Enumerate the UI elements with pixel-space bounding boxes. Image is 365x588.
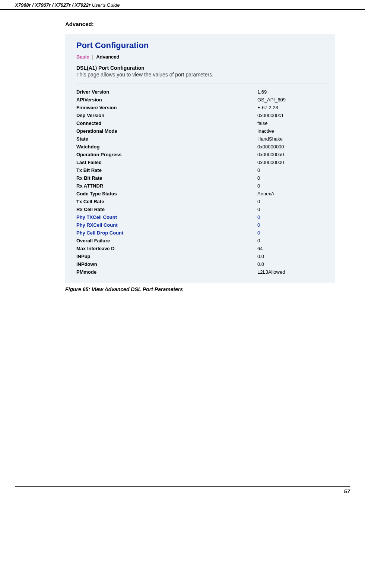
panel-title: Port Configuration (76, 41, 328, 50)
tab-basic[interactable]: Basic (76, 54, 89, 60)
page-number: 57 (15, 486, 350, 494)
param-label: Max Interleave D (76, 245, 257, 252)
param-row: Overall Failure0 (76, 237, 328, 245)
param-label: Tx Bit Rate (76, 166, 257, 174)
param-value: L2L3Allowed (257, 268, 328, 276)
param-row: Tx Bit Rate0 (76, 166, 328, 174)
port-config-panel: Port Configuration Basic | Advanced DSL(… (65, 34, 335, 283)
param-value: GS_API_609 (257, 96, 328, 104)
param-row: Dsp Version0x000000c1 (76, 111, 328, 119)
param-value: false (257, 119, 328, 127)
param-row: Rx ATTNDR0 (76, 182, 328, 190)
param-value: Inactive (257, 127, 328, 135)
param-row: Watchdog0x00000000 (76, 143, 328, 151)
param-value: 0 (257, 213, 328, 221)
param-value: 0 (257, 174, 328, 182)
param-row: INPdown0.0 (76, 260, 328, 268)
param-value: 0 (257, 229, 328, 237)
param-label: Watchdog (76, 143, 257, 151)
param-row: PMmodeL2L3Allowed (76, 268, 328, 276)
param-row: Rx Bit Rate0 (76, 174, 328, 182)
param-row: Driver Version1.69 (76, 88, 328, 96)
param-row: Last Failed0x00000000 (76, 158, 328, 166)
tab-advanced[interactable]: Advanced (96, 54, 119, 60)
param-row: Phy TXCell Count0 (76, 213, 328, 221)
param-value: 0x000000a0 (257, 151, 328, 158)
param-value: AnnexA (257, 190, 328, 198)
param-value: 0x00000000 (257, 158, 328, 166)
param-label: INPup (76, 252, 257, 260)
param-label: Operation Progress (76, 151, 257, 158)
param-label: Operational Mode (76, 127, 257, 135)
param-label[interactable]: Phy RXCell Count (76, 221, 257, 229)
param-label: Overall Failure (76, 237, 257, 245)
param-label: PMmode (76, 268, 257, 276)
param-value: 0 (257, 182, 328, 190)
header-models: X7968r / X7967r / X7927r / X7922r (15, 2, 91, 8)
param-value: 0x000000c1 (257, 111, 328, 119)
header-guide: User's Guide (91, 2, 120, 8)
content: Advanced: Port Configuration Basic | Adv… (0, 10, 365, 292)
param-label: State (76, 135, 257, 143)
param-label: Rx ATTNDR (76, 182, 257, 190)
tabs: Basic | Advanced (76, 54, 328, 60)
param-value: 1.69 (257, 88, 328, 96)
param-value: 0 (257, 205, 328, 213)
param-row: Firmware VersionE.67.2.23 (76, 104, 328, 111)
param-row: Tx Cell Rate0 (76, 198, 328, 205)
params-table: Driver Version1.69APIVersionGS_API_609Fi… (76, 88, 328, 276)
param-row: Max Interleave D64 (76, 245, 328, 252)
panel-subheading: DSL(A1) Port Configuration (76, 65, 328, 71)
param-value: 0 (257, 237, 328, 245)
param-row: Code Type StatusAnnexA (76, 190, 328, 198)
param-label: Firmware Version (76, 104, 257, 111)
param-label: Dsp Version (76, 111, 257, 119)
param-label: INPdown (76, 260, 257, 268)
panel-description: This page allows you to view the values … (76, 72, 328, 78)
param-row: Operational ModeInactive (76, 127, 328, 135)
param-value: 0x00000000 (257, 143, 328, 151)
param-row: APIVersionGS_API_609 (76, 96, 328, 104)
param-row: Phy Cell Drop Count0 (76, 229, 328, 237)
param-row: Phy RXCell Count0 (76, 221, 328, 229)
param-row: INPup0.0 (76, 252, 328, 260)
param-label[interactable]: Phy Cell Drop Count (76, 229, 257, 237)
figure-caption: Figure 65: View Advanced DSL Port Parame… (65, 286, 335, 292)
param-value: 0 (257, 221, 328, 229)
param-label: Connected (76, 119, 257, 127)
param-value: 0.0 (257, 260, 328, 268)
param-label: Rx Bit Rate (76, 174, 257, 182)
section-heading: Advanced: (65, 21, 335, 27)
header-bar: X7968r / X7967r / X7927r / X7922r User's… (0, 0, 365, 10)
param-row: Operation Progress0x000000a0 (76, 151, 328, 158)
tab-separator: | (92, 54, 93, 60)
horizontal-rule (76, 83, 328, 84)
param-value: 64 (257, 245, 328, 252)
param-label: APIVersion (76, 96, 257, 104)
param-row: StateHandShake (76, 135, 328, 143)
param-value: 0 (257, 198, 328, 205)
param-value: HandShake (257, 135, 328, 143)
param-label: Code Type Status (76, 190, 257, 198)
param-row: Rx Cell Rate0 (76, 205, 328, 213)
param-label: Driver Version (76, 88, 257, 96)
param-row: Connectedfalse (76, 119, 328, 127)
param-label[interactable]: Phy TXCell Count (76, 213, 257, 221)
param-value: 0.0 (257, 252, 328, 260)
param-label: Rx Cell Rate (76, 205, 257, 213)
param-label: Last Failed (76, 158, 257, 166)
param-value: 0 (257, 166, 328, 174)
param-value: E.67.2.23 (257, 104, 328, 111)
param-label: Tx Cell Rate (76, 198, 257, 205)
